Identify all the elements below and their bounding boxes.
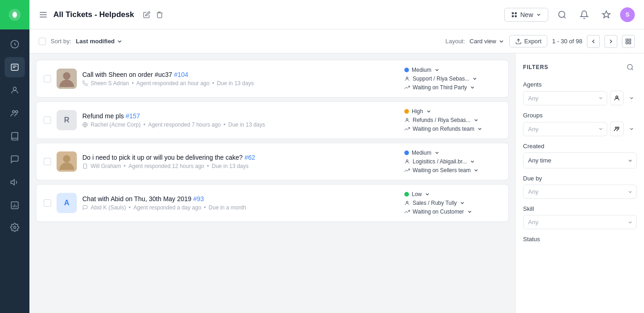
sidebar-item-contacts[interactable] bbox=[5, 80, 25, 100]
team-tag[interactable]: Sales / Ruby Tully bbox=[404, 200, 501, 206]
team-chevron-icon bbox=[460, 200, 465, 206]
new-button[interactable]: New bbox=[504, 8, 548, 22]
ticket-avatar bbox=[57, 151, 77, 172]
sort-label: Sort by: bbox=[51, 38, 71, 45]
ticket-checkbox[interactable] bbox=[44, 158, 51, 165]
team-tag[interactable]: Support / Riya Sebas... bbox=[404, 75, 501, 82]
agents-person-icon bbox=[614, 95, 620, 101]
priority-tag[interactable]: Medium bbox=[404, 150, 501, 156]
sidebar-item-reports[interactable] bbox=[5, 195, 25, 215]
ticket-card[interactable]: Do i need to pick it up or will you be d… bbox=[36, 143, 509, 180]
priority-chevron-icon bbox=[434, 150, 440, 156]
team-tag[interactable]: Logisitics / Abigail.br... bbox=[404, 158, 501, 165]
priority-chevron-icon bbox=[426, 109, 431, 114]
agents-filter-select[interactable]: Any bbox=[523, 91, 607, 105]
svg-rect-21 bbox=[629, 39, 631, 41]
conversations-icon bbox=[10, 155, 19, 164]
grid-icon bbox=[625, 38, 632, 45]
status-tag[interactable]: Waiting on Third Party bbox=[404, 84, 501, 91]
reports-icon bbox=[10, 201, 19, 210]
sidebar-item-campaigns[interactable] bbox=[5, 172, 25, 192]
filter-search-icon bbox=[627, 64, 634, 71]
delete-button[interactable] bbox=[156, 11, 163, 18]
menu-button[interactable] bbox=[39, 10, 48, 19]
svg-point-39 bbox=[615, 127, 617, 129]
select-all-checkbox[interactable] bbox=[39, 38, 46, 45]
sidebar-item-knowledge[interactable] bbox=[5, 126, 25, 146]
notifications-button[interactable] bbox=[576, 6, 592, 23]
svg-rect-22 bbox=[626, 42, 628, 44]
sidebar-logo[interactable] bbox=[0, 0, 29, 29]
agents-filter-icon-btn[interactable] bbox=[610, 91, 624, 105]
settings-icon bbox=[10, 223, 19, 232]
content-area: Call with Sheen on order #uc37 #104 Shee… bbox=[29, 53, 644, 313]
sidebar-item-groups[interactable] bbox=[5, 103, 25, 123]
groups-chevron-btn[interactable] bbox=[627, 122, 637, 136]
svg-point-25 bbox=[63, 72, 70, 80]
ticket-checkbox[interactable] bbox=[44, 116, 51, 124]
team-tag[interactable]: Refunds / Riya Sebas... bbox=[404, 117, 501, 123]
status-filter: Status bbox=[523, 236, 637, 243]
created-filter-select[interactable]: Any time Today Yesterday Last 7 days Las… bbox=[523, 152, 637, 168]
ticket-tags: Medium Support / Riya Sebas... Waiting o… bbox=[404, 67, 501, 91]
header: All Tickets - Helpdesk New S bbox=[29, 0, 644, 29]
created-filter: Created Any time Today Yesterday Last 7 … bbox=[523, 143, 637, 168]
agents-filter-label: Agents bbox=[523, 81, 637, 88]
priority-tag[interactable]: Low bbox=[404, 191, 501, 197]
sidebar-item-home[interactable] bbox=[5, 34, 25, 54]
sidebar-item-conversations[interactable] bbox=[5, 149, 25, 169]
sort-button[interactable]: Last modified bbox=[76, 38, 123, 45]
svg-line-18 bbox=[564, 16, 566, 18]
ticket-checkbox[interactable] bbox=[44, 75, 51, 82]
svg-rect-3 bbox=[12, 64, 18, 70]
home-icon bbox=[10, 40, 19, 49]
ticket-meta: Rachel (Acme Corp) • Agent responded 7 h… bbox=[82, 122, 399, 128]
ticket-checkbox[interactable] bbox=[44, 199, 51, 207]
filters-search-button[interactable] bbox=[624, 61, 637, 74]
phone2-meta-icon bbox=[82, 163, 88, 169]
pagination-prev[interactable] bbox=[587, 35, 600, 48]
priority-tag[interactable]: High bbox=[404, 108, 501, 115]
groups-filter-icon-btn[interactable] bbox=[610, 122, 624, 136]
groups-filter-select[interactable]: Any bbox=[523, 122, 607, 136]
filters-title: FILTERS bbox=[523, 64, 548, 70]
chat-meta-icon bbox=[82, 205, 88, 210]
plus-icon bbox=[511, 12, 518, 18]
ticket-card[interactable]: A Chat with Abid on Thu, 30th May 2019 #… bbox=[36, 184, 509, 222]
status-tag[interactable]: Waiting on Sellers team bbox=[404, 167, 501, 174]
chevron-left-icon bbox=[590, 38, 597, 45]
search-button[interactable] bbox=[554, 6, 570, 23]
user-initial: S bbox=[626, 11, 630, 18]
due-by-filter-select[interactable]: Any bbox=[523, 185, 637, 199]
pagination-next[interactable] bbox=[604, 35, 617, 48]
skill-filter-select-wrap: Any bbox=[523, 215, 637, 229]
phone-meta-icon bbox=[82, 81, 88, 86]
grid-view-button[interactable] bbox=[622, 35, 635, 48]
priority-tag[interactable]: Medium bbox=[404, 67, 501, 73]
toolbar: Sort by: Last modified Layout: Card view… bbox=[29, 29, 644, 53]
layout-value: Card view bbox=[470, 38, 496, 45]
person-icon bbox=[57, 69, 77, 89]
ticket-card[interactable]: R Refund me pls #157 Rachel (Acme Corp) … bbox=[36, 101, 509, 139]
user-avatar[interactable]: S bbox=[620, 7, 635, 22]
created-filter-select-wrap: Any time Today Yesterday Last 7 days Las… bbox=[523, 152, 637, 168]
ticket-title: Do i need to pick it up or will you be d… bbox=[82, 154, 399, 161]
svg-rect-16 bbox=[515, 15, 517, 17]
export-label: Export bbox=[524, 38, 542, 45]
skill-filter-select[interactable]: Any bbox=[523, 215, 637, 229]
export-button[interactable]: Export bbox=[509, 35, 548, 47]
layout-button[interactable]: Card view bbox=[470, 38, 505, 45]
sidebar-item-helpdesk[interactable] bbox=[5, 57, 25, 77]
status-tag[interactable]: Waiting on Refunds team bbox=[404, 126, 501, 132]
ticket-tags: Low Sales / Ruby Tully Waiting on Custom… bbox=[404, 191, 501, 215]
edit-button[interactable] bbox=[143, 11, 150, 18]
status-tag[interactable]: Waiting on Customer bbox=[404, 209, 501, 215]
ai-icon bbox=[602, 10, 611, 19]
ticket-card[interactable]: Call with Sheen on order #uc37 #104 Shee… bbox=[36, 60, 509, 98]
svg-rect-20 bbox=[626, 39, 628, 41]
main-area: All Tickets - Helpdesk New S Sort by: bbox=[29, 0, 644, 313]
agents-chevron-btn[interactable] bbox=[627, 91, 637, 105]
ai-button[interactable] bbox=[598, 6, 615, 23]
campaigns-icon bbox=[10, 178, 19, 187]
sidebar-item-settings[interactable] bbox=[5, 217, 25, 238]
